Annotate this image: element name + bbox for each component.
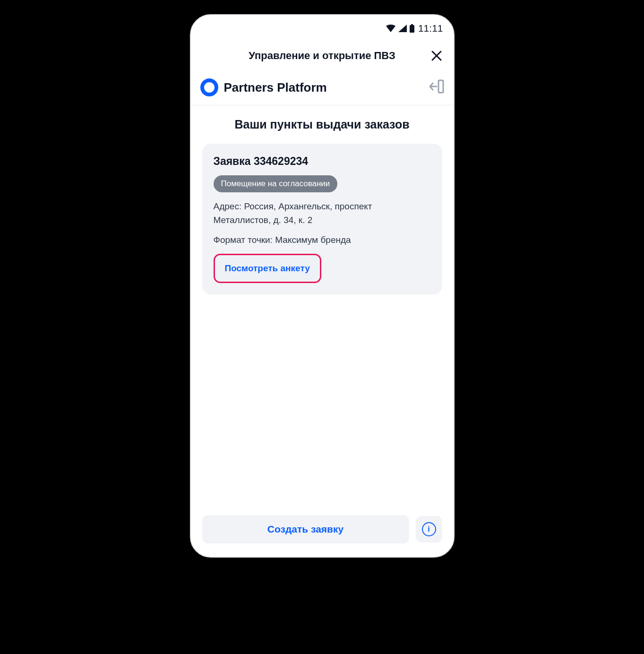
status-bar: 11:11 — [191, 15, 454, 42]
phone-frame: 11:11 Управление и открытие ПВЗ Partners… — [190, 14, 455, 558]
view-anketa-highlight: Посмотреть анкету — [214, 254, 321, 283]
request-format: Формат точки: Максимум бренда — [214, 233, 431, 247]
status-icons — [386, 24, 414, 33]
svg-rect-1 — [411, 24, 413, 25]
wifi-icon — [386, 25, 395, 32]
footer-bar: Создать заявку i — [191, 508, 454, 557]
info-icon: i — [422, 522, 436, 536]
brand-title: Partners Platform — [224, 80, 327, 95]
section-title: Ваши пункты выдачи заказов — [202, 118, 442, 131]
request-address: Адрес: Россия, Архангельск, проспект Мет… — [214, 200, 431, 227]
signal-icon — [398, 25, 407, 32]
create-request-button[interactable]: Создать заявку — [202, 515, 409, 543]
logout-icon — [428, 79, 444, 94]
content-area: Ваши пункты выдачи заказов Заявка 334629… — [191, 105, 454, 508]
info-button[interactable]: i — [416, 516, 442, 542]
status-badge: Помещение на согласовании — [214, 175, 338, 192]
battery-icon — [410, 24, 414, 33]
page-title: Управление и открытие ПВЗ — [249, 50, 395, 62]
top-app-bar: Управление и открытие ПВЗ — [191, 42, 454, 70]
request-card: Заявка 334629234 Помещение на согласован… — [202, 144, 442, 294]
brand-left: Partners Platform — [200, 78, 327, 96]
svg-rect-2 — [438, 80, 443, 93]
brand-bar: Partners Platform — [191, 70, 454, 105]
svg-rect-0 — [410, 25, 414, 33]
status-time: 11:11 — [418, 23, 443, 34]
request-title: Заявка 334629234 — [214, 155, 431, 168]
logout-button[interactable] — [428, 79, 444, 95]
brand-logo-icon — [200, 78, 218, 96]
view-anketa-button[interactable]: Посмотреть анкету — [216, 257, 318, 280]
close-icon — [430, 50, 443, 62]
close-button[interactable] — [428, 47, 445, 64]
